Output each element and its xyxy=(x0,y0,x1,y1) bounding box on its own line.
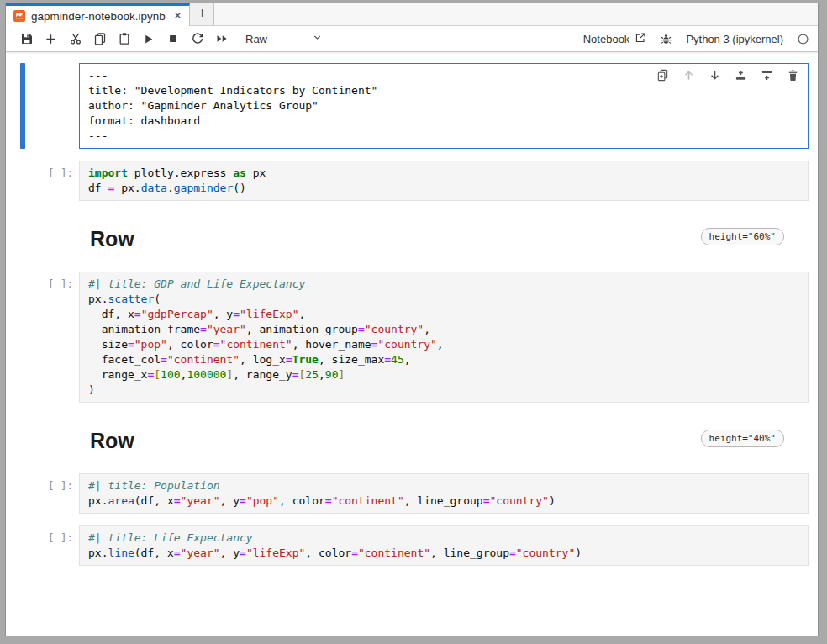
copy-cells-icon[interactable] xyxy=(87,29,112,49)
code-cell: [ ]:import plotly.express as pxdf = px.d… xyxy=(79,161,809,201)
toolbar-right-group: Notebook Python 3 (ipykernel) xyxy=(583,32,809,46)
code-cell: [ ]:#| title: Populationpx.area(df, x="y… xyxy=(79,473,809,514)
cell-editor[interactable]: #| title: Populationpx.area(df, x="year"… xyxy=(79,473,809,514)
tab-title: gapminder-notebook.ipynb xyxy=(31,10,166,23)
execution-count: [ ]: xyxy=(48,479,73,492)
move-cell-up-icon[interactable] xyxy=(682,69,695,82)
cell-toolbar xyxy=(656,69,799,82)
move-cell-down-icon[interactable] xyxy=(708,69,721,82)
delete-cell-icon[interactable] xyxy=(787,69,799,82)
section-heading: Row xyxy=(90,226,134,251)
paste-cells-icon[interactable] xyxy=(112,29,136,49)
insert-cell-below-icon[interactable] xyxy=(761,69,773,82)
kernel-status-icon xyxy=(797,33,809,45)
execution-count: [ ]: xyxy=(48,531,73,544)
execution-count: [ ]: xyxy=(48,166,73,179)
plus-icon xyxy=(197,7,208,22)
cell-editor[interactable]: #| title: GDP and Life Expectancypx.scat… xyxy=(79,272,809,403)
new-tab-button[interactable] xyxy=(190,3,214,25)
dock-tab-bar: gapminder-notebook.ipynb × xyxy=(6,3,818,26)
notebook-label: Notebook xyxy=(583,33,630,45)
chevron-down-icon xyxy=(312,32,323,45)
markdown-cell[interactable]: Rowheight="60%" xyxy=(79,213,809,272)
section-heading: Row xyxy=(90,428,134,453)
height-badge: height="40%" xyxy=(701,430,784,447)
notebook-panel: ---title: "Development Indicators by Con… xyxy=(6,52,818,636)
save-icon[interactable] xyxy=(14,29,39,49)
notebook-toolbar: Raw Notebook Python 3 (ipykernel) xyxy=(6,26,818,52)
jupyterlab-window: gapminder-notebook.ipynb × xyxy=(6,3,818,636)
tab-gapminder-notebook[interactable]: gapminder-notebook.ipynb × xyxy=(6,3,190,26)
notebook-file-icon xyxy=(13,10,25,22)
kernel-name[interactable]: Python 3 (ipykernel) xyxy=(686,33,783,45)
close-tab-icon[interactable]: × xyxy=(174,9,182,23)
raw-cell: ---title: "Development Indicators by Con… xyxy=(79,63,809,149)
notebook-open-button[interactable]: Notebook xyxy=(583,32,647,46)
desktop-background: gapminder-notebook.ipynb × xyxy=(0,0,827,644)
external-link-icon xyxy=(635,32,646,46)
height-badge: height="60%" xyxy=(701,228,784,245)
run-cell-icon[interactable] xyxy=(136,29,161,49)
cell-collapser[interactable] xyxy=(20,63,25,149)
cell-type-label: Raw xyxy=(245,33,267,45)
debugger-bug-icon[interactable] xyxy=(660,33,672,45)
code-cell: [ ]:#| title: GDP and Life Expectancypx.… xyxy=(79,272,809,403)
code-cell: [ ]:#| title: Life Expectancypx.line(df,… xyxy=(79,525,809,566)
cell-editor[interactable]: #| title: Life Expectancypx.line(df, x="… xyxy=(79,525,809,566)
insert-cell-above-icon[interactable] xyxy=(735,69,747,82)
insert-cell-icon[interactable] xyxy=(39,29,63,49)
markdown-cell[interactable]: Rowheight="40%" xyxy=(79,414,809,473)
execution-count: [ ]: xyxy=(48,277,73,290)
cut-cells-icon[interactable] xyxy=(63,29,87,49)
cell-type-dropdown[interactable]: Raw xyxy=(242,32,326,45)
run-all-cells-icon[interactable] xyxy=(209,29,234,49)
cell-list: ---title: "Development Indicators by Con… xyxy=(6,63,818,566)
duplicate-cell-icon[interactable] xyxy=(656,69,669,82)
restart-kernel-icon[interactable] xyxy=(185,29,209,49)
interrupt-kernel-icon[interactable] xyxy=(161,29,185,49)
cell-editor[interactable]: import plotly.express as pxdf = px.data.… xyxy=(79,161,809,201)
